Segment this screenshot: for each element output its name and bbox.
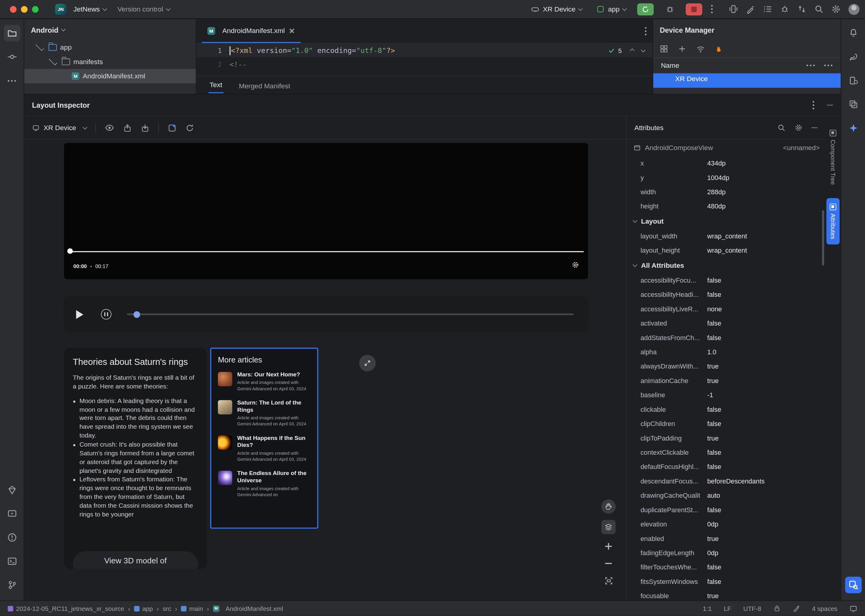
spatial-expand-button[interactable] [359, 355, 376, 372]
3d-mode-button[interactable] [601, 520, 615, 534]
project-tool-button[interactable] [4, 25, 20, 41]
checklist-icon[interactable] [763, 5, 772, 14]
selected-component-row[interactable]: AndroidComposeView <unnamed> [627, 140, 826, 156]
breadcrumb-app[interactable]: app [134, 605, 153, 612]
attribute-row[interactable]: layout_width wrap_content [627, 229, 826, 243]
attribute-row[interactable]: alpha 1.0 [627, 345, 826, 359]
video-progress-bar[interactable] [68, 251, 584, 252]
attribute-row[interactable]: contextClickable false [627, 445, 826, 460]
attribute-row[interactable]: clipChildren false [627, 416, 826, 431]
article-list-item[interactable]: The Endless Allure of the Universe Artic… [218, 470, 310, 498]
more-icon[interactable] [823, 64, 833, 67]
attribute-row[interactable]: fitsSystemWindows false [627, 575, 826, 589]
editor-tab-androidmanifest[interactable]: M AndroidManifest.xml [202, 19, 301, 43]
search-icon[interactable] [777, 124, 785, 132]
export-snapshot-icon[interactable] [123, 123, 132, 132]
dependencies-tool-button[interactable] [4, 482, 20, 498]
attribute-row[interactable]: descendantFocus... beforeDescendants [627, 474, 826, 488]
more-run-actions-button[interactable] [710, 4, 713, 14]
saturn-theories-card[interactable]: Theories about Saturn's rings The origin… [64, 347, 207, 569]
tab-merged-manifest[interactable]: Merged Manifest [238, 79, 291, 93]
article-list-item[interactable]: Saturn: The Lord of the Rings Article an… [218, 399, 310, 427]
attribute-row[interactable]: defaultFocusHighl... false [627, 460, 826, 474]
stop-button[interactable] [686, 3, 702, 15]
breadcrumb-src[interactable]: src [163, 605, 171, 612]
device-row-xr-device[interactable]: XR Device [653, 74, 841, 88]
zoom-window-button[interactable] [32, 6, 39, 13]
more-icon[interactable] [805, 64, 815, 67]
attribute-row[interactable]: enabled true [627, 531, 826, 545]
live-updates-icon[interactable] [168, 123, 177, 132]
close-tab-icon[interactable] [289, 27, 295, 34]
attribute-row[interactable]: clipToPadding true [627, 431, 826, 445]
article-list-item[interactable]: What Happens if the Sun Dies? Article an… [218, 434, 310, 462]
minimize-window-button[interactable] [21, 6, 28, 13]
layout-inspector-canvas[interactable]: 00:00 • 00:17 Theories abou [24, 140, 626, 600]
hide-panel-button[interactable] [812, 127, 818, 128]
attributes-scrollbar[interactable] [822, 210, 824, 266]
expand-chevron-icon[interactable] [35, 42, 44, 51]
rerun-button[interactable] [637, 3, 654, 15]
attribute-row[interactable]: accessibilityLiveR... none [627, 302, 826, 316]
expand-chevron-icon[interactable] [49, 57, 57, 65]
attribute-row[interactable]: focusable true [627, 589, 826, 600]
video-settings-gear-icon[interactable] [571, 261, 579, 269]
gemini-tool-button[interactable] [845, 120, 861, 137]
code-area[interactable]: 1 <?xml version="1.0" encoding="utf-8"?>… [196, 44, 652, 75]
notifications-tool-button[interactable] [845, 25, 861, 41]
line-ending-widget[interactable]: LF [724, 605, 731, 612]
grid-view-icon[interactable] [659, 45, 668, 53]
tab-attributes[interactable]: Attributes [826, 198, 840, 245]
ai-edit-icon[interactable] [746, 5, 755, 14]
toggle-visibility-eye-icon[interactable] [105, 123, 114, 132]
add-device-icon[interactable] [678, 45, 686, 53]
settings-icon[interactable] [831, 5, 841, 14]
project-widget[interactable]: JetNews [70, 4, 110, 14]
view-3d-model-button[interactable]: View 3D model of [73, 551, 198, 569]
section-layout[interactable]: Layout [627, 214, 826, 229]
encoding-widget[interactable]: UTF-8 [743, 605, 761, 612]
settings-gear-icon[interactable] [794, 124, 803, 132]
terminal-tool-button[interactable] [4, 553, 20, 570]
prev-problem-icon[interactable] [630, 48, 634, 53]
audio-player[interactable] [64, 296, 588, 332]
commit-tool-button[interactable] [4, 49, 20, 65]
hide-panel-button[interactable] [827, 105, 833, 105]
firebase-icon[interactable] [715, 45, 723, 53]
breadcrumb-file[interactable]: MAndroidManifest.xml [213, 605, 283, 612]
close-window-button[interactable] [10, 6, 17, 13]
vcs-update-icon[interactable] [797, 5, 807, 14]
breadcrumb-main[interactable]: main [181, 605, 203, 612]
zoom-in-button[interactable] [603, 541, 615, 552]
tab-component-tree[interactable]: Component Tree [826, 124, 840, 190]
attribute-row[interactable]: duplicateParentSt... false [627, 503, 826, 517]
attribute-row[interactable]: accessibilityFocu... false [627, 273, 826, 288]
attribute-row[interactable]: filterTouchesWhe... false [627, 560, 826, 574]
attribute-row[interactable]: drawingCacheQualit auto [627, 488, 826, 503]
video-progress-thumb[interactable] [68, 248, 73, 254]
attribute-row[interactable]: activated false [627, 316, 826, 330]
device-manager-tool-button[interactable] [845, 72, 861, 89]
panel-options-button[interactable] [812, 100, 815, 110]
zoom-to-fit-button[interactable] [603, 575, 615, 587]
attribute-row[interactable]: alwaysDrawnWith... true [627, 359, 826, 373]
git-tool-button[interactable] [4, 577, 20, 593]
more-tools-button[interactable] [4, 72, 20, 89]
inspections-widget[interactable]: 5 [608, 46, 645, 56]
tree-item-app[interactable]: app [24, 40, 196, 55]
import-snapshot-icon[interactable] [141, 123, 149, 132]
attribute-row[interactable]: elevation 0dp [627, 517, 826, 531]
refresh-icon[interactable] [185, 123, 194, 132]
audio-slider[interactable] [127, 313, 574, 315]
process-selector[interactable]: XR Device [32, 124, 87, 132]
attribute-row[interactable]: fadingEdgeLength 0dp [627, 546, 826, 560]
lock-icon[interactable] [773, 605, 780, 612]
build-variants-tool-button[interactable] [845, 96, 861, 113]
video-player[interactable]: 00:00 • 00:17 [64, 143, 588, 279]
gradle-tool-button[interactable] [845, 49, 861, 65]
more-articles-card[interactable]: More articles Mars: Our Next Home? Artic… [210, 347, 319, 528]
layout-inspector-tool-button[interactable] [845, 577, 861, 593]
attribute-row[interactable]: width 288dp [627, 185, 826, 199]
debug-button[interactable] [661, 3, 678, 15]
editor-options-button[interactable] [644, 26, 647, 36]
